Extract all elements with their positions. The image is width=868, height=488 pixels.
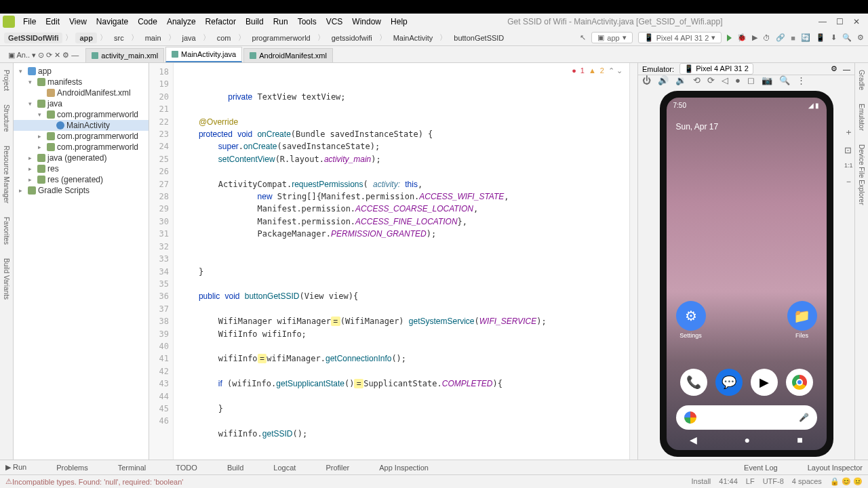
bottom-tool-profiler[interactable]: Profiler xyxy=(326,464,349,472)
menu-analyze[interactable]: Analyze xyxy=(163,16,200,28)
editor-tab[interactable]: activity_main.xml xyxy=(85,48,164,62)
device-screen[interactable]: 7:50◢ ▮ Sun, Apr 17 ⚙ Settings 📁 Files 📞… xyxy=(667,98,827,450)
more-icon[interactable]: ⋮ xyxy=(797,75,806,85)
stop-button[interactable]: ■ xyxy=(791,34,795,42)
breadcrumb-item[interactable]: programmerworld xyxy=(248,33,315,43)
nav-home[interactable]: ● xyxy=(745,434,750,445)
menu-help[interactable]: Help xyxy=(387,16,412,28)
volume-down-icon[interactable]: 🔉 xyxy=(675,75,686,85)
debug-button[interactable]: 🐞 xyxy=(737,33,747,42)
play-store-app[interactable]: ▶ xyxy=(751,369,778,396)
tool-window-tab[interactable]: Project xyxy=(3,70,10,91)
bottom-tool-app-inspection[interactable]: App Inspection xyxy=(379,464,429,472)
zoom-in-icon[interactable]: ＋ xyxy=(844,126,853,138)
sync-button[interactable]: 🔄 xyxy=(801,33,810,42)
search-icon[interactable]: 🔍 xyxy=(842,33,852,42)
emulator-hide-icon[interactable]: — xyxy=(843,65,850,73)
menu-view[interactable]: View xyxy=(65,16,91,28)
project-tool-label[interactable]: ▣ An.. ▾ ⊙ ⟳ ✕ ⚙ — xyxy=(3,48,84,62)
maximize-button[interactable]: ☐ xyxy=(836,17,844,26)
bottom-tool-build[interactable]: Build xyxy=(227,464,243,472)
tree-node[interactable]: ▾com.programmerworld xyxy=(14,109,149,120)
zoom-fit-icon[interactable]: ⊡ xyxy=(844,145,853,155)
menu-edit[interactable]: Edit xyxy=(41,16,64,28)
module-selector[interactable]: ▣ app ▾ xyxy=(591,32,632,43)
coverage-button[interactable]: ▶ xyxy=(752,33,757,42)
breadcrumb-item[interactable]: main xyxy=(141,33,165,43)
bottom-tool-run[interactable]: ▶ Run xyxy=(5,463,26,472)
menu-navigate[interactable]: Navigate xyxy=(92,16,132,28)
tool-window-tab[interactable]: Gradle xyxy=(858,70,865,90)
attach-button[interactable]: 🔗 xyxy=(776,33,785,42)
settings-app[interactable]: ⚙ xyxy=(676,301,706,331)
screenshot-icon[interactable]: 📷 xyxy=(762,75,772,85)
menu-refactor[interactable]: Refactor xyxy=(201,16,240,28)
tree-node[interactable]: ▸res xyxy=(14,163,149,174)
messages-app[interactable]: 💬 xyxy=(715,369,743,396)
code-area[interactable]: ●1 ▲2 ⌃ ⌄ private TextView textView; @Ov… xyxy=(174,63,629,460)
menu-code[interactable]: Code xyxy=(134,16,161,28)
menu-file[interactable]: File xyxy=(19,16,40,28)
line-separator[interactable]: LF xyxy=(746,477,755,486)
phone-app[interactable]: 📞 xyxy=(680,369,707,396)
avd-button[interactable]: 📱 xyxy=(816,33,825,42)
minimize-button[interactable]: — xyxy=(818,17,827,26)
rotate-left-icon[interactable]: ⟲ xyxy=(693,75,701,85)
mic-icon[interactable]: 🎤 xyxy=(799,413,809,422)
settings-icon[interactable]: ⚙ xyxy=(857,33,864,42)
breadcrumb-item[interactable]: buttonGetSSID xyxy=(450,33,508,43)
zoom-11-icon[interactable]: 1:1 xyxy=(844,162,853,169)
zoom-icon[interactable]: 🔍 xyxy=(779,75,790,85)
tree-node[interactable]: ▾app xyxy=(14,66,149,77)
tool-window-tab[interactable]: Structure xyxy=(3,104,10,132)
overview-icon[interactable]: ◻ xyxy=(747,75,755,85)
bottom-tool-event-log[interactable]: Event Log xyxy=(744,464,778,472)
volume-up-icon[interactable]: 🔊 xyxy=(658,75,669,85)
breadcrumb-item[interactable]: GetSSIDofWifi xyxy=(4,33,62,43)
rotate-right-icon[interactable]: ⟳ xyxy=(707,75,715,85)
file-encoding[interactable]: UTF-8 xyxy=(763,477,784,486)
breadcrumb-item[interactable]: java xyxy=(178,33,200,43)
breadcrumb-item[interactable]: com xyxy=(213,33,235,43)
tree-node[interactable]: ▸Gradle Scripts xyxy=(14,185,149,196)
menu-vcs[interactable]: VCS xyxy=(322,16,347,28)
emulator-device[interactable]: 📱 Pixel 4 API 31 2 xyxy=(679,63,753,75)
sdk-button[interactable]: ⬇ xyxy=(831,33,837,42)
back-icon[interactable]: ◁ xyxy=(722,75,728,85)
nav-back[interactable]: ◀ xyxy=(690,434,697,445)
device-selector[interactable]: 📱 Pixel 4 API 31 2 ▾ xyxy=(638,32,722,43)
files-app[interactable]: 📁 xyxy=(787,301,817,331)
tree-node[interactable]: ▾manifests xyxy=(14,77,149,87)
indent-setting[interactable]: 4 spaces xyxy=(792,477,822,486)
breadcrumb-item[interactable]: MainActivity xyxy=(389,33,437,43)
bottom-tool-terminal[interactable]: Terminal xyxy=(118,464,146,472)
breadcrumb-item[interactable]: getssidofwifi xyxy=(328,33,376,43)
nav-recent[interactable]: ■ xyxy=(797,434,802,445)
google-search-bar[interactable]: 🎤 xyxy=(676,405,817,430)
menu-tools[interactable]: Tools xyxy=(294,16,321,28)
menu-window[interactable]: Window xyxy=(348,16,385,28)
editor-tab[interactable]: MainActivity.java xyxy=(165,47,242,62)
breadcrumb-item[interactable]: app xyxy=(75,33,97,43)
bottom-tool-todo[interactable]: TODO xyxy=(176,464,197,472)
bottom-tool-problems[interactable]: Problems xyxy=(56,464,87,472)
emulator-settings-icon[interactable]: ⚙ xyxy=(831,64,837,73)
tree-node[interactable]: ▸com.programmerworld xyxy=(14,131,149,142)
bottom-tool-logcat[interactable]: Logcat xyxy=(273,464,296,472)
menu-build[interactable]: Build xyxy=(241,16,268,28)
close-button[interactable]: ✕ xyxy=(853,17,860,26)
tree-node[interactable]: ▾java xyxy=(14,98,149,109)
breadcrumb-item[interactable]: src xyxy=(110,33,128,43)
tool-window-tab[interactable]: Resource Manager xyxy=(3,146,10,203)
chrome-app[interactable] xyxy=(786,369,813,396)
tree-node[interactable]: AndroidManifest.xml xyxy=(14,87,149,98)
home-icon[interactable]: ● xyxy=(735,75,741,85)
run-button[interactable] xyxy=(727,35,732,41)
menu-run[interactable]: Run xyxy=(269,16,292,28)
tree-node[interactable]: MainActivity xyxy=(14,120,149,131)
tool-window-tab[interactable]: Emulator xyxy=(858,104,865,131)
zoom-out-icon[interactable]: － xyxy=(844,176,853,188)
status-install[interactable]: Install xyxy=(692,477,711,486)
tool-window-tab[interactable]: Device File Explorer xyxy=(858,144,865,205)
project-tree[interactable]: ▾app▾manifestsAndroidManifest.xml▾java▾c… xyxy=(14,63,149,460)
